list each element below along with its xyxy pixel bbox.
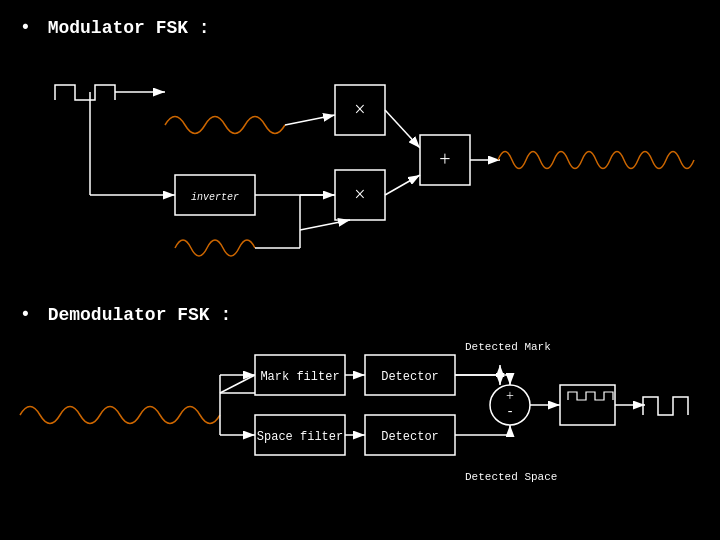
- modulator-title: • Modulator FSK :: [20, 18, 210, 38]
- demodulator-title: • Demodulator FSK :: [20, 305, 231, 325]
